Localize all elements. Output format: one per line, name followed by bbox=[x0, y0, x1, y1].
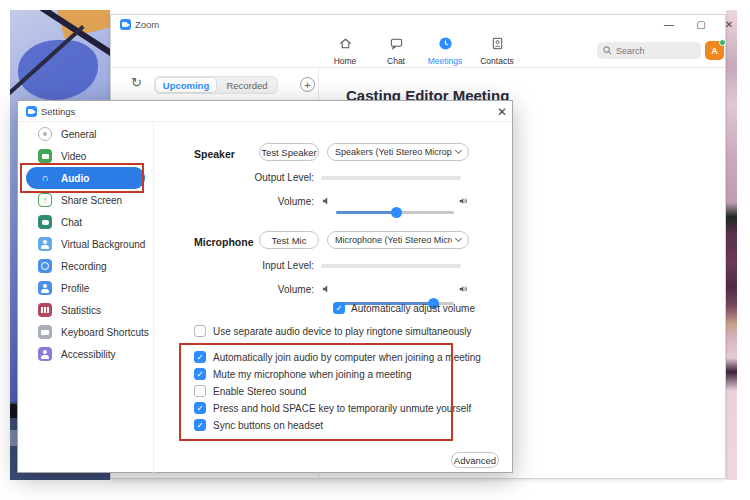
headphones-icon: ∩ bbox=[38, 171, 52, 185]
option-row-sync-headset: ✓ Sync buttons on headset bbox=[194, 419, 323, 431]
add-meeting-button[interactable]: + bbox=[300, 77, 315, 92]
video-camera-icon bbox=[38, 149, 52, 163]
test-speaker-button[interactable]: Test Speaker bbox=[259, 143, 319, 161]
accessibility-icon bbox=[38, 347, 52, 361]
checkbox-label: Sync buttons on headset bbox=[213, 420, 323, 431]
tab-recorded[interactable]: Recorded bbox=[217, 77, 277, 93]
option-row-space-key: ✓ Press and hold SPACE key to temporaril… bbox=[194, 402, 471, 414]
microphone-device-value: Microphone (Yeti Stereo Microph... bbox=[335, 235, 452, 245]
nav-label: Chat bbox=[387, 56, 405, 66]
statistics-chart-icon bbox=[38, 303, 52, 317]
minimize-button[interactable]: — bbox=[655, 15, 683, 33]
sidebar-item-recording[interactable]: Recording bbox=[26, 255, 145, 277]
speaker-device-value: Speakers (Yeti Stereo Microphone) bbox=[335, 147, 452, 157]
input-level-meter bbox=[321, 264, 461, 268]
sidebar-item-label: Video bbox=[61, 151, 86, 162]
sidebar-item-label: Accessibility bbox=[61, 349, 115, 360]
speaker-device-dropdown[interactable]: Speakers (Yeti Stereo Microphone) bbox=[327, 143, 469, 161]
zoom-app-icon bbox=[120, 19, 131, 30]
search-icon bbox=[603, 46, 612, 55]
speaker-loud-icon bbox=[459, 196, 468, 206]
dialog-titlebar bbox=[18, 101, 512, 122]
nav-chat[interactable]: Chat bbox=[373, 36, 419, 66]
contacts-icon bbox=[490, 36, 505, 51]
check-icon: ✓ bbox=[196, 404, 203, 412]
sidebar-item-label: Statistics bbox=[61, 305, 101, 316]
sidebar-item-keyboard-shortcuts[interactable]: Keyboard Shortcuts bbox=[26, 321, 145, 343]
check-icon: ✓ bbox=[196, 353, 203, 361]
checkbox-label: Use separate audio device to play ringto… bbox=[213, 326, 472, 337]
ringtone-checkbox[interactable]: ✓ bbox=[194, 325, 206, 337]
stereo-sound-checkbox[interactable]: ✓ bbox=[194, 385, 206, 397]
search-input[interactable]: Search bbox=[597, 42, 701, 59]
checkbox-label: Mute my microphone when joining a meetin… bbox=[213, 369, 411, 380]
meetings-clock-icon bbox=[438, 36, 453, 51]
mic-volume-label: Volume: bbox=[194, 284, 314, 295]
auto-adjust-checkbox[interactable]: ✓ bbox=[333, 302, 345, 314]
sidebar-item-audio[interactable]: ∩ Audio bbox=[26, 167, 145, 189]
space-key-unmute-checkbox[interactable]: ✓ bbox=[194, 402, 206, 414]
chat-icon bbox=[389, 36, 404, 51]
check-icon: ✓ bbox=[196, 370, 203, 378]
output-level-meter bbox=[321, 176, 461, 180]
check-icon: ✓ bbox=[196, 421, 203, 429]
advanced-button[interactable]: Advanced bbox=[451, 452, 499, 468]
settings-dialog: Settings ✕ General Video ∩ Audio ↑ Share… bbox=[17, 100, 513, 473]
option-row-stereo: ✓ Enable Stereo sound bbox=[194, 385, 306, 397]
sidebar-item-virtual-background[interactable]: Virtual Background bbox=[26, 233, 145, 255]
chevron-down-icon bbox=[455, 235, 462, 242]
maximize-button[interactable]: ▢ bbox=[687, 15, 715, 33]
sidebar-item-label: Share Screen bbox=[61, 195, 122, 206]
sidebar-item-label: Recording bbox=[61, 261, 107, 272]
recording-icon bbox=[38, 259, 52, 273]
check-icon: ✓ bbox=[335, 304, 342, 312]
desktop-wallpaper-right bbox=[726, 10, 737, 480]
meetings-tab-group: Upcoming Recorded bbox=[154, 76, 278, 94]
sidebar-item-general[interactable]: General bbox=[26, 123, 145, 145]
microphone-section-label: Microphone bbox=[194, 236, 254, 248]
speaker-volume-slider[interactable] bbox=[336, 211, 454, 214]
microphone-device-dropdown[interactable]: Microphone (Yeti Stereo Microph... bbox=[327, 231, 469, 249]
chevron-down-icon bbox=[455, 147, 462, 154]
sidebar-item-profile[interactable]: Profile bbox=[26, 277, 145, 299]
checkbox-label: Press and hold SPACE key to temporarily … bbox=[213, 403, 471, 414]
test-mic-button[interactable]: Test Mic bbox=[259, 231, 319, 249]
nav-label: Meetings bbox=[428, 56, 463, 66]
speaker-volume-label: Volume: bbox=[194, 196, 314, 207]
nav-contacts[interactable]: Contacts bbox=[474, 36, 520, 66]
app-titlebar bbox=[111, 15, 725, 33]
slider-knob[interactable] bbox=[391, 207, 402, 218]
dialog-title: Settings bbox=[41, 106, 75, 117]
mute-mic-checkbox[interactable]: ✓ bbox=[194, 368, 206, 380]
option-row-auto-join: ✓ Automatically join audio by computer w… bbox=[194, 351, 481, 363]
virtual-background-icon bbox=[38, 237, 52, 251]
close-dialog-icon[interactable]: ✕ bbox=[492, 103, 512, 120]
checkbox-label: Automatically join audio by computer whe… bbox=[213, 352, 481, 363]
sidebar-item-video[interactable]: Video bbox=[26, 145, 145, 167]
tab-upcoming[interactable]: Upcoming bbox=[155, 77, 217, 93]
online-status-dot bbox=[719, 39, 726, 46]
sidebar-item-label: Virtual Background bbox=[61, 239, 145, 250]
divider bbox=[111, 67, 725, 68]
output-level-label: Output Level: bbox=[194, 172, 314, 183]
auto-join-audio-checkbox[interactable]: ✓ bbox=[194, 351, 206, 363]
refresh-icon[interactable]: ↻ bbox=[131, 75, 142, 90]
app-title: Zoom bbox=[135, 19, 159, 30]
checkbox-label: Enable Stereo sound bbox=[213, 386, 306, 397]
input-level-label: Input Level: bbox=[194, 260, 314, 271]
close-window-button[interactable]: ✕ bbox=[715, 15, 743, 33]
keyboard-icon bbox=[38, 325, 52, 339]
sidebar-item-chat[interactable]: Chat bbox=[26, 211, 145, 233]
sidebar-item-statistics[interactable]: Statistics bbox=[26, 299, 145, 321]
slider-fill bbox=[336, 211, 396, 214]
sidebar-item-share-screen[interactable]: ↑ Share Screen bbox=[26, 189, 145, 211]
nav-home[interactable]: Home bbox=[322, 36, 368, 66]
zoom-app-icon bbox=[26, 106, 37, 117]
chat-bubble-icon bbox=[38, 215, 52, 229]
sidebar-item-accessibility[interactable]: Accessibility bbox=[26, 343, 145, 365]
nav-meetings[interactable]: Meetings bbox=[422, 36, 468, 66]
settings-sidebar: General Video ∩ Audio ↑ Share Screen Cha… bbox=[18, 122, 154, 473]
nav-label: Contacts bbox=[480, 56, 514, 66]
sync-headset-checkbox[interactable]: ✓ bbox=[194, 419, 206, 431]
nav-label: Home bbox=[334, 56, 357, 66]
